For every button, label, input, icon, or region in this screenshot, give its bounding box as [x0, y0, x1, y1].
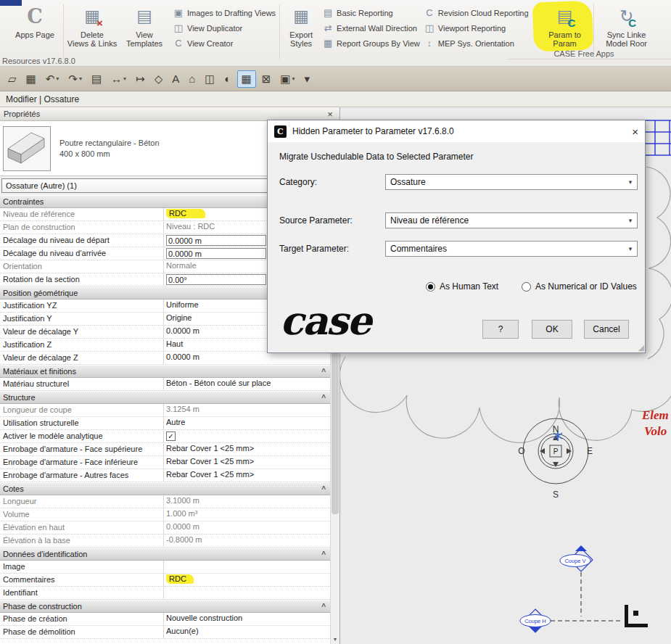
section-button[interactable]: ◫: [201, 70, 218, 88]
property-label: Élévation à la base: [0, 534, 164, 547]
switch-windows-button[interactable]: ▣▾: [276, 70, 298, 88]
property-value: 3.1254 m: [164, 404, 330, 416]
save-icon: ▦: [26, 73, 36, 86]
delete-views-links-button[interactable]: ▦× DeleteViews & Links: [66, 4, 118, 48]
section-header[interactable]: Matériaux et finitions^: [0, 365, 330, 378]
property-value[interactable]: 0.0000 m: [164, 352, 330, 364]
sync-label-2: Model Roor: [606, 39, 647, 48]
close-icon[interactable]: ×: [619, 125, 638, 138]
mep-sys-orientation-icon: ↕: [423, 38, 436, 49]
property-label: Justification YZ: [0, 300, 164, 312]
apps-page-button[interactable]: C Apps Page: [9, 4, 61, 39]
section-header[interactable]: Structure^: [0, 391, 330, 404]
redo-button[interactable]: ↷▾: [65, 70, 86, 88]
resize-grip[interactable]: ◢: [638, 343, 644, 352]
text-button[interactable]: A: [168, 70, 183, 88]
view-duplicator-button[interactable]: ◫View Duplicator: [172, 20, 276, 36]
collapse-icon: ^: [321, 368, 326, 376]
default-3d-view-button[interactable]: ⌂: [185, 70, 199, 88]
section-header[interactable]: Données d'identification^: [0, 548, 330, 561]
redo-icon: ↷: [68, 73, 78, 86]
undo-icon: ↶: [46, 73, 55, 86]
chevron-down-icon: ▾: [624, 178, 637, 186]
mep-sys-orientation-button[interactable]: ↕MEP Sys. Orientation: [423, 36, 529, 51]
property-value[interactable]: Rebar Cover 1 <25 mm>: [164, 456, 330, 468]
value-text: Rebar Cover 1 <25 mm>: [166, 444, 254, 453]
property-row: Enrobage d'armature - Face inférieureReb…: [0, 456, 330, 469]
view-templates-button[interactable]: ▤ ViewTemplates: [118, 4, 170, 48]
view-creator-button[interactable]: CView Creator: [172, 36, 276, 51]
param-to-param-button[interactable]: ▤C Param toParam: [539, 4, 591, 48]
radio-as-human-text[interactable]: As Human Text: [426, 281, 498, 292]
save-button[interactable]: ▦: [22, 70, 40, 88]
value-text: Rebar Cover 1 <25 mm>: [166, 470, 254, 479]
schedule-button[interactable]: ▦: [237, 70, 256, 88]
dialog-titlebar[interactable]: C Hidden Parameter to Parameter v17.6.8.…: [268, 120, 645, 142]
dropdown-caret-icon: ▾: [79, 75, 82, 82]
category-combobox[interactable]: Ossature ▾: [385, 174, 638, 190]
aligned-dimension-icon: ↦: [136, 73, 145, 86]
radio-as-numerical-or-id[interactable]: As Numerical or ID Values: [522, 281, 637, 292]
target-parameter-combobox[interactable]: Commentaires ▾: [385, 241, 638, 257]
section-header[interactable]: Phase de construction^: [0, 600, 330, 613]
property-value[interactable]: Rebar Cover 1 <25 mm>: [164, 443, 330, 455]
north-compass[interactable]: N S E O P: [518, 418, 593, 500]
undo-button[interactable]: ↶▾: [42, 70, 63, 88]
tag-button[interactable]: ◇: [151, 70, 167, 88]
close-hidden-windows-button[interactable]: ⊠: [258, 70, 275, 88]
property-label: Décalage du niveau d'arrivée: [0, 247, 164, 260]
viewport-reporting-button[interactable]: ◫Viewport Reporting: [423, 20, 529, 36]
property-label: Activer le modèle analytique: [0, 430, 164, 442]
property-value[interactable]: Aucun(e): [164, 626, 330, 638]
close-icon[interactable]: ×: [324, 109, 336, 120]
help-button[interactable]: ?: [482, 320, 519, 339]
section-marker-coupe-h[interactable]: Coupe H: [520, 609, 622, 632]
checkbox[interactable]: ✓: [166, 432, 176, 441]
property-value[interactable]: RDC: [164, 574, 330, 586]
print-button[interactable]: ▤: [88, 70, 105, 88]
revit-window: C Apps Page ▦× DeleteViews & Links ▤ Vie…: [0, 0, 671, 644]
compass-e: E: [587, 446, 593, 456]
compass-o: O: [518, 446, 524, 456]
aligned-dimension-button[interactable]: ↦: [132, 70, 149, 88]
property-value[interactable]: Rebar Cover 1 <25 mm>: [164, 469, 330, 482]
ok-button[interactable]: OK: [532, 320, 572, 339]
chevron-down-icon: ▾: [624, 217, 637, 224]
open-button[interactable]: ▱: [4, 70, 20, 88]
property-value[interactable]: Autre: [164, 417, 330, 429]
collapse-icon: ^: [321, 485, 326, 493]
value-text: Haut: [166, 339, 183, 348]
property-value[interactable]: [164, 561, 330, 573]
property-label: Phase de création: [0, 613, 164, 625]
value-text: Uniforme: [166, 300, 199, 309]
sync-linked-model-rooms-button[interactable]: ↻C Sync LinkeModel Roor: [601, 4, 653, 48]
scroll-down-icon[interactable]: ▼: [331, 635, 339, 644]
report-groups-by-view-button[interactable]: ▦Report Groups By View: [321, 36, 420, 51]
print-icon: ▤: [91, 73, 102, 86]
external-wall-direction-button[interactable]: ⇄External Wall Direction: [321, 20, 420, 36]
scrollbar-thumb[interactable]: [332, 326, 339, 514]
section-marker-coupe-v[interactable]: Coupe V: [560, 545, 593, 616]
mode-bar-label: Modifier | Ossature: [6, 94, 79, 104]
property-value[interactable]: [164, 587, 330, 599]
revision-cloud-reporting-button[interactable]: CRevision Cloud Reporting: [423, 5, 529, 20]
images-to-drafting-views-button[interactable]: ▣Images to Drafting Views: [172, 5, 276, 20]
customize-qat-button[interactable]: ▾: [301, 70, 314, 88]
basic-reporting-button[interactable]: ▤Basic Reporting: [321, 5, 420, 20]
property-value: 1.000 m³: [164, 508, 330, 521]
property-value[interactable]: ✓: [164, 430, 330, 442]
source-parameter-combobox[interactable]: Niveau de référence ▾: [385, 212, 638, 228]
section-header[interactable]: Cotes^: [0, 482, 330, 495]
measure-button[interactable]: ↔▾: [107, 70, 130, 88]
property-value[interactable]: Nouvelle construction: [164, 613, 330, 625]
cancel-button[interactable]: Cancel: [584, 320, 629, 339]
external-wall-direction-label: External Wall Direction: [337, 24, 417, 33]
section-title: Structure: [3, 393, 321, 402]
export-styles-button[interactable]: ▦ ExportStyles: [282, 4, 320, 48]
resources-panel-label: Resources v17.6.8.0: [2, 57, 75, 65]
value-text: Normale: [166, 261, 197, 270]
property-value[interactable]: Béton - Béton coulé sur place: [164, 378, 330, 390]
render-button[interactable]: ◐: [221, 70, 235, 88]
value-text: 0.00°: [166, 274, 266, 285]
switch-windows-icon: ▣: [280, 73, 290, 86]
